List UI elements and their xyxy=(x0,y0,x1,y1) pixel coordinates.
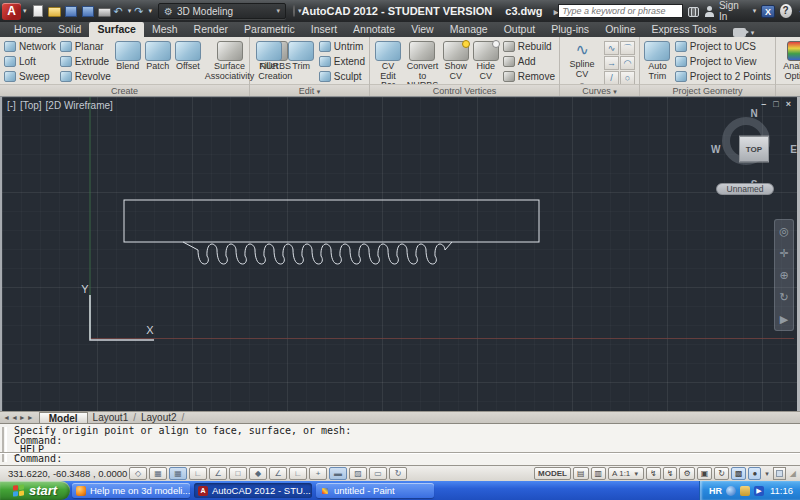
showmotion-icon[interactable]: ▶ xyxy=(780,314,788,325)
pan-icon[interactable]: ✛ xyxy=(779,248,788,259)
viewcube-north[interactable]: N xyxy=(750,108,757,119)
extend-button[interactable]: Extend xyxy=(319,55,365,68)
sculpt-button[interactable]: Sculpt xyxy=(319,70,365,83)
infer-constraints-toggle[interactable]: ◇ xyxy=(129,467,147,480)
tab-surface[interactable]: Surface xyxy=(89,22,144,37)
doc-close-button[interactable]: × xyxy=(786,99,791,109)
selection-cycling-toggle[interactable]: ↻ xyxy=(389,467,407,480)
tab-mesh[interactable]: Mesh xyxy=(144,22,186,37)
new-file-icon[interactable] xyxy=(33,5,43,17)
open-file-icon[interactable] xyxy=(48,7,61,17)
wireframe-hooks[interactable] xyxy=(183,242,452,264)
zoom-icon[interactable]: ⊕ xyxy=(779,270,788,281)
viewport-visual-style-button[interactable]: [2D Wireframe] xyxy=(46,100,113,111)
fillet-button[interactable]: Fillet xyxy=(254,39,283,72)
tab-annotate[interactable]: Annotate xyxy=(345,22,403,37)
tab-express-tools[interactable]: Express Tools xyxy=(643,22,724,37)
panel-label-control-vertices[interactable]: Control Vertices xyxy=(370,84,559,96)
tab-online[interactable]: Online xyxy=(597,22,643,37)
tray-search-companion-icon[interactable] xyxy=(740,486,750,496)
tray-language-bar-icon[interactable] xyxy=(726,486,736,496)
blend-button[interactable]: Blend xyxy=(115,39,141,72)
auto-trim-button[interactable]: Auto Trim xyxy=(644,39,671,81)
wireframe-rectangle[interactable] xyxy=(124,200,539,242)
doc-restore-button[interactable]: □ xyxy=(773,99,778,109)
transparency-toggle[interactable]: ▨ xyxy=(349,467,367,480)
ribbon-state-button[interactable]: ▾ xyxy=(733,28,755,37)
tab-layout1[interactable]: Layout1 xyxy=(88,412,134,423)
project-to-2-points-button[interactable]: Project to 2 Points xyxy=(675,70,771,83)
cv-edit-bar-button[interactable]: CV Edit Bar xyxy=(374,39,402,91)
circle-button[interactable]: ○ xyxy=(620,71,635,85)
viewport-view-button[interactable]: [Top] xyxy=(20,100,42,111)
dynamic-ucs-toggle[interactable]: ∟ xyxy=(289,467,307,480)
undo-caret-icon[interactable]: ▾ xyxy=(128,7,132,15)
clean-screen-button[interactable] xyxy=(773,467,786,480)
taskbar-item-autocad[interactable]: A AutoCAD 2012 - STU... xyxy=(194,483,312,498)
network-button[interactable]: Network xyxy=(4,40,56,53)
tab-render[interactable]: Render xyxy=(186,22,236,37)
workspace-selector[interactable]: ⚙ 3D Modeling ▾ xyxy=(158,3,286,19)
quick-view-layouts-button[interactable]: ▤ xyxy=(573,467,589,480)
tab-output[interactable]: Output xyxy=(496,22,544,37)
coordinates-readout[interactable]: 331.6220, -60.3488 , 0.0000 xyxy=(2,468,128,479)
project-to-view-button[interactable]: Project to View xyxy=(675,55,771,68)
polar-tracking-toggle[interactable]: ∠ xyxy=(209,467,227,480)
annotation-autoscale-button[interactable]: ↯ xyxy=(663,467,678,480)
model-space-button[interactable]: MODEL xyxy=(534,467,571,480)
hide-cv-button[interactable]: Hide CV xyxy=(473,39,499,81)
app-menu-button[interactable]: A ▾ xyxy=(2,3,27,20)
snap-toggle[interactable]: ▦ xyxy=(149,467,167,480)
curve-blend-button[interactable]: ⌒ xyxy=(620,41,635,55)
tab-plugins[interactable]: Plug-ins xyxy=(543,22,597,37)
add-button[interactable]: Add xyxy=(503,55,555,68)
tab-insert[interactable]: Insert xyxy=(303,22,345,37)
rebuild-button[interactable]: Rebuild xyxy=(503,40,555,53)
orbit-icon[interactable]: ↻ xyxy=(779,292,788,303)
save-as-icon[interactable] xyxy=(82,6,94,17)
trim-button[interactable]: Trim xyxy=(287,39,314,72)
viewcube[interactable]: N S W E TOP xyxy=(714,109,794,189)
undo-button[interactable]: ↶ xyxy=(114,5,123,17)
search-binoculars-icon[interactable] xyxy=(688,5,700,17)
language-indicator[interactable]: HR xyxy=(709,486,722,496)
remove-button[interactable]: Remove xyxy=(503,70,555,83)
convert-to-nurbs-button[interactable]: Convert to NURBS xyxy=(406,39,439,91)
viewport-menu-button[interactable]: [-] xyxy=(7,100,16,111)
isolate-objects-button[interactable]: ▩ xyxy=(731,467,747,480)
analysis-options-button[interactable]: Analysis Options xyxy=(780,39,800,81)
panel-label-curves[interactable]: Curves ▾ xyxy=(560,84,639,96)
panel-label-edit[interactable]: Edit ▾ xyxy=(250,84,369,96)
spline-freehand-button[interactable]: ∿ xyxy=(604,41,619,55)
quick-view-drawings-button[interactable]: ▥ xyxy=(591,467,607,480)
layout-tab-nav-buttons[interactable]: ◄◄►► xyxy=(3,414,35,421)
save-icon[interactable] xyxy=(65,6,77,17)
annotation-visibility-button[interactable]: ↯ xyxy=(646,467,661,480)
panel-label-create[interactable]: Create xyxy=(0,84,249,96)
tab-home[interactable]: Home xyxy=(6,22,50,37)
extrude-button[interactable]: Extrude xyxy=(60,55,111,68)
annotation-scale-button[interactable]: A 1:1 ▾ xyxy=(608,467,644,480)
tab-parametric[interactable]: Parametric xyxy=(236,22,303,37)
panel-label-project-geometry[interactable]: Project Geometry xyxy=(640,84,775,96)
help-button[interactable]: ? xyxy=(780,4,792,18)
signin-caret-icon[interactable]: ▾ xyxy=(753,7,757,15)
project-to-ucs-button[interactable]: Project to UCS xyxy=(675,40,771,53)
doc-minimize-button[interactable]: – xyxy=(761,99,766,109)
sweep-button[interactable]: Sweep xyxy=(4,70,56,83)
search-input[interactable] xyxy=(558,4,683,18)
viewcube-east[interactable]: E xyxy=(790,144,797,155)
taskbar-clock[interactable]: 11:16 xyxy=(770,485,793,496)
redo-button[interactable]: ↷ xyxy=(134,5,143,17)
viewcube-ucs-menu[interactable]: Unnamed xyxy=(716,183,774,195)
object-snap-toggle[interactable]: □ xyxy=(229,467,247,480)
offset-button[interactable]: Offset xyxy=(175,39,201,72)
show-cv-button[interactable]: Show CV xyxy=(443,39,469,81)
exchange-apps-button[interactable]: X xyxy=(761,5,774,18)
lineweight-toggle[interactable]: ▬ xyxy=(329,467,347,480)
viewcube-west[interactable]: W xyxy=(711,144,720,155)
grid-toggle[interactable]: ▦ xyxy=(169,467,187,480)
toolbar-lock-button[interactable]: ▣ xyxy=(697,467,713,480)
tab-layout2[interactable]: Layout2 xyxy=(136,412,182,423)
quick-properties-toggle[interactable]: ▭ xyxy=(369,467,387,480)
